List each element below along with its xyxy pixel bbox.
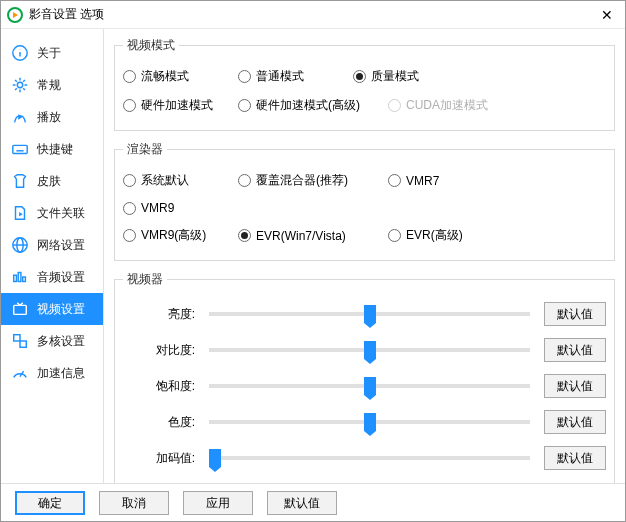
radio-icon xyxy=(123,174,136,187)
keyboard-icon xyxy=(11,140,29,158)
group-legend: 视频器 xyxy=(123,271,167,288)
audio-icon xyxy=(11,268,29,286)
slider-track[interactable] xyxy=(209,384,530,388)
radio-evr-adv[interactable]: EVR(高级) xyxy=(388,227,503,244)
slider-label: 色度: xyxy=(123,414,201,431)
slider-thumb[interactable] xyxy=(364,341,376,359)
svg-rect-15 xyxy=(14,275,17,281)
radio-icon xyxy=(353,70,366,83)
radio-icon xyxy=(123,229,136,242)
sidebar-item-label: 视频设置 xyxy=(37,301,85,318)
radio-icon xyxy=(388,174,401,187)
radio-vmr7[interactable]: VMR7 xyxy=(388,172,503,189)
radio-quality-mode[interactable]: 质量模式 xyxy=(353,68,468,85)
svg-point-3 xyxy=(17,82,22,87)
group-legend: 视频模式 xyxy=(123,37,179,54)
sidebar-item-hotkeys[interactable]: 快捷键 xyxy=(1,133,103,165)
slider-thumb[interactable] xyxy=(364,413,376,431)
slider-track[interactable] xyxy=(209,312,530,316)
radio-label: 硬件加速模式 xyxy=(141,97,213,114)
sidebar-item-label: 音频设置 xyxy=(37,269,85,286)
sidebar-item-network[interactable]: 网络设置 xyxy=(1,229,103,261)
radio-sys-default[interactable]: 系统默认 xyxy=(123,172,238,189)
slider-thumb[interactable] xyxy=(364,305,376,323)
radio-icon xyxy=(388,99,401,112)
radio-label: CUDA加速模式 xyxy=(406,97,488,114)
radio-label: VMR7 xyxy=(406,174,439,188)
slider-default-button[interactable]: 默认值 xyxy=(544,446,606,470)
sidebar-item-label: 网络设置 xyxy=(37,237,85,254)
radio-icon xyxy=(123,70,136,83)
group-legend: 渲染器 xyxy=(123,141,167,158)
slider-thumb[interactable] xyxy=(364,377,376,395)
sidebar-item-label: 播放 xyxy=(37,109,61,126)
sidebar-item-general[interactable]: 常规 xyxy=(1,69,103,101)
slider-track[interactable] xyxy=(209,420,530,424)
tv-icon xyxy=(11,300,29,318)
speed-icon xyxy=(11,364,29,382)
slider-row: 饱和度:默认值 xyxy=(123,368,606,404)
cancel-button[interactable]: 取消 xyxy=(99,491,169,515)
radio-label: EVR(高级) xyxy=(406,227,463,244)
file-icon xyxy=(11,204,29,222)
radio-label: 普通模式 xyxy=(256,68,304,85)
slider-thumb[interactable] xyxy=(209,449,221,467)
radio-cuda: CUDA加速模式 xyxy=(388,97,503,114)
sidebar-item-video[interactable]: 视频设置 xyxy=(1,293,103,325)
slider-row: 加码值:默认值 xyxy=(123,440,606,476)
sidebar-item-label: 多核设置 xyxy=(37,333,85,350)
svg-rect-17 xyxy=(23,277,26,282)
slider-default-button[interactable]: 默认值 xyxy=(544,374,606,398)
sidebar-item-label: 文件关联 xyxy=(37,205,85,222)
radio-icon xyxy=(123,202,136,215)
radio-evr-win7[interactable]: EVR(Win7/Vista) xyxy=(238,227,388,244)
radio-vmr9-adv[interactable]: VMR9(高级) xyxy=(123,227,238,244)
slider-track[interactable] xyxy=(209,348,530,352)
sidebar-item-file-assoc[interactable]: 文件关联 xyxy=(1,197,103,229)
titlebar: 影音设置 选项 ✕ xyxy=(1,1,625,29)
ok-button[interactable]: 确定 xyxy=(15,491,85,515)
slider-default-button[interactable]: 默认值 xyxy=(544,302,606,326)
radio-hw-accel[interactable]: 硬件加速模式 xyxy=(123,97,238,114)
apply-button[interactable]: 应用 xyxy=(183,491,253,515)
close-icon[interactable]: ✕ xyxy=(595,7,619,23)
slider-row: 对比度:默认值 xyxy=(123,332,606,368)
play-icon xyxy=(11,108,29,126)
bottom-bar: 确定 取消 应用 默认值 xyxy=(1,483,625,521)
radio-hw-accel-adv[interactable]: 硬件加速模式(高级) xyxy=(238,97,388,114)
radio-normal-mode[interactable]: 普通模式 xyxy=(238,68,353,85)
slider-row: 亮度:默认值 xyxy=(123,296,606,332)
info-icon xyxy=(11,44,29,62)
shirt-icon xyxy=(11,172,29,190)
radio-label: 质量模式 xyxy=(371,68,419,85)
svg-rect-16 xyxy=(18,273,21,282)
svg-rect-22 xyxy=(20,341,26,347)
sidebar-item-about[interactable]: 关于 xyxy=(1,37,103,69)
radio-smooth-mode[interactable]: 流畅模式 xyxy=(123,68,238,85)
sidebar-item-skin[interactable]: 皮肤 xyxy=(1,165,103,197)
radio-icon xyxy=(238,99,251,112)
sidebar-item-audio[interactable]: 音频设置 xyxy=(1,261,103,293)
slider-track[interactable] xyxy=(209,456,530,460)
sidebar-item-playback[interactable]: 播放 xyxy=(1,101,103,133)
defaults-button[interactable]: 默认值 xyxy=(267,491,337,515)
radio-overlay-mixer[interactable]: 覆盖混合器(推荐) xyxy=(238,172,388,189)
sidebar-item-accel-info[interactable]: 加速信息 xyxy=(1,357,103,389)
radio-label: VMR9(高级) xyxy=(141,227,206,244)
content-panel: 视频模式 流畅模式 普通模式 质量模式 硬件加速模式 硬件加速模式(高级) CU… xyxy=(103,29,625,483)
slider-label: 饱和度: xyxy=(123,378,201,395)
slider-default-button[interactable]: 默认值 xyxy=(544,338,606,362)
radio-label: 覆盖混合器(推荐) xyxy=(256,172,348,189)
radio-icon xyxy=(238,70,251,83)
sidebar-item-label: 快捷键 xyxy=(37,141,73,158)
radio-icon xyxy=(388,229,401,242)
group-renderer: 渲染器 系统默认 覆盖混合器(推荐) VMR7 VMR9 VMR9(高级) EV… xyxy=(114,141,615,261)
sidebar-item-multicore[interactable]: 多核设置 xyxy=(1,325,103,357)
radio-label: 硬件加速模式(高级) xyxy=(256,97,360,114)
svg-rect-5 xyxy=(13,145,27,153)
radio-vmr9[interactable]: VMR9 xyxy=(123,201,238,215)
svg-rect-18 xyxy=(14,305,27,314)
window-title: 影音设置 选项 xyxy=(29,6,595,23)
radio-icon xyxy=(238,229,251,242)
slider-default-button[interactable]: 默认值 xyxy=(544,410,606,434)
